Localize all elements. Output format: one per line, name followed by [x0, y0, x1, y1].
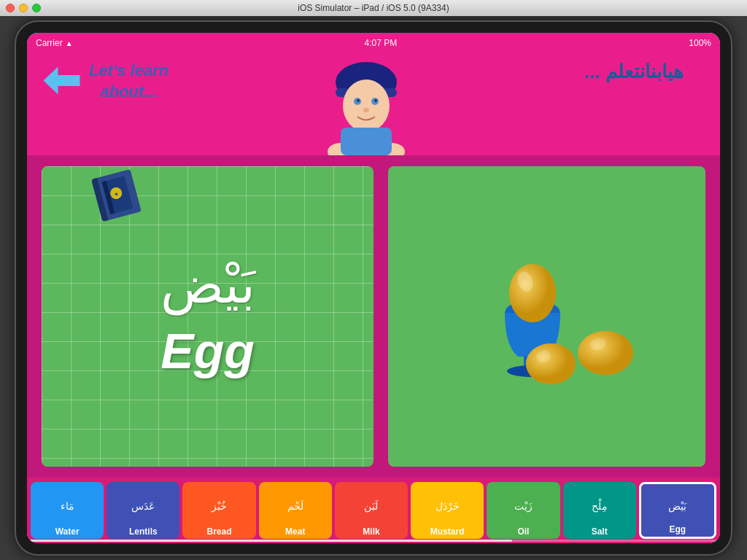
english-word: Egg	[160, 322, 254, 379]
back-button[interactable]	[42, 64, 82, 97]
nav-arabic-egg: بَيْض	[668, 487, 686, 525]
scroll-thumb	[27, 540, 512, 542]
nav-label-salt: Salt	[592, 527, 608, 536]
svg-point-2	[343, 79, 390, 132]
nav-label-lentils: Lentils	[129, 527, 158, 536]
image-panel[interactable]	[388, 166, 705, 467]
ipad-screen: Carrier ▲ 4:07 PM 100% Let's learn about…	[27, 33, 720, 543]
nav-arabic-mustard: خَرْدَل	[436, 485, 460, 527]
nav-item-mustard[interactable]: خَرْدَل Mustard	[411, 482, 484, 539]
maximize-button[interactable]	[32, 4, 41, 12]
nav-label-egg: Egg	[670, 525, 686, 534]
time-display: 4:07 PM	[365, 38, 398, 48]
back-arrow-icon	[44, 67, 80, 95]
header-area: Let's learn about...	[27, 53, 720, 155]
nav-item-bread[interactable]: خُبْز Bread	[182, 482, 255, 539]
nav-arabic-lentils: عَدَس	[131, 485, 155, 527]
arabic-header-text: هيابنانتعلم ...	[584, 61, 684, 83]
carrier-label: Carrier	[36, 38, 63, 48]
nav-label-meat: Meat	[285, 527, 305, 536]
wifi-icon: ▲	[66, 39, 73, 47]
word-panel[interactable]: بَيْض Egg	[42, 166, 374, 467]
nav-label-oil: Oil	[517, 527, 529, 536]
arabic-word: بَيْض	[160, 254, 255, 315]
nav-arabic-salt: مِلْح	[592, 485, 608, 527]
status-left: Carrier ▲	[36, 38, 73, 48]
svg-point-19	[509, 264, 556, 322]
app-area: Let's learn about...	[27, 53, 720, 543]
nav-arabic-water: مَاء	[61, 485, 74, 527]
nav-label-mustard: Mustard	[430, 527, 465, 536]
svg-rect-10	[341, 128, 392, 155]
nav-label-bread: Bread	[207, 527, 232, 536]
nav-item-water[interactable]: مَاء Water	[31, 482, 104, 539]
svg-point-6	[374, 99, 377, 102]
nav-arabic-milk: لَبَن	[364, 485, 378, 527]
child-photo	[308, 61, 439, 155]
nav-arabic-oil: زَيْت	[514, 485, 533, 527]
nav-arabic-bread: خُبْز	[212, 485, 227, 527]
nav-item-egg[interactable]: بَيْض Egg	[639, 482, 716, 539]
svg-point-5	[357, 99, 360, 102]
lets-learn-text: Let's learn about...	[89, 61, 169, 102]
status-bar: Carrier ▲ 4:07 PM 100%	[27, 33, 720, 53]
ipad-frame: Carrier ▲ 4:07 PM 100% Let's learn about…	[16, 22, 731, 554]
nav-item-milk[interactable]: لَبَن Milk	[335, 482, 408, 539]
nav-item-oil[interactable]: زَيْت Oil	[487, 482, 560, 539]
svg-point-7	[363, 108, 369, 112]
nav-item-meat[interactable]: لَحْم Meat	[259, 482, 332, 539]
nav-label-milk: Milk	[363, 527, 379, 536]
svg-point-21	[526, 343, 576, 384]
battery-indicator: 100%	[689, 38, 711, 48]
title-bar: iOS Simulator – iPad / iOS 5.0 (9A334)	[0, 0, 747, 16]
nav-item-salt[interactable]: مِلْح Salt	[563, 482, 636, 539]
window-controls[interactable]	[6, 4, 41, 12]
eggs-illustration	[395, 174, 698, 459]
close-button[interactable]	[6, 4, 15, 12]
window-title: iOS Simulator – iPad / iOS 5.0 (9A334)	[298, 3, 449, 13]
svg-point-23	[578, 331, 633, 375]
nav-item-lentils[interactable]: عَدَس Lentils	[107, 482, 179, 539]
nav-arabic-meat: لَحْم	[287, 485, 303, 527]
scroll-indicator	[27, 540, 720, 542]
minimize-button[interactable]	[19, 4, 28, 12]
nav-label-water: Water	[55, 527, 80, 536]
bottom-navigation: مَاء Water عَدَس Lentils خُبْز Bread لَح…	[27, 478, 720, 543]
